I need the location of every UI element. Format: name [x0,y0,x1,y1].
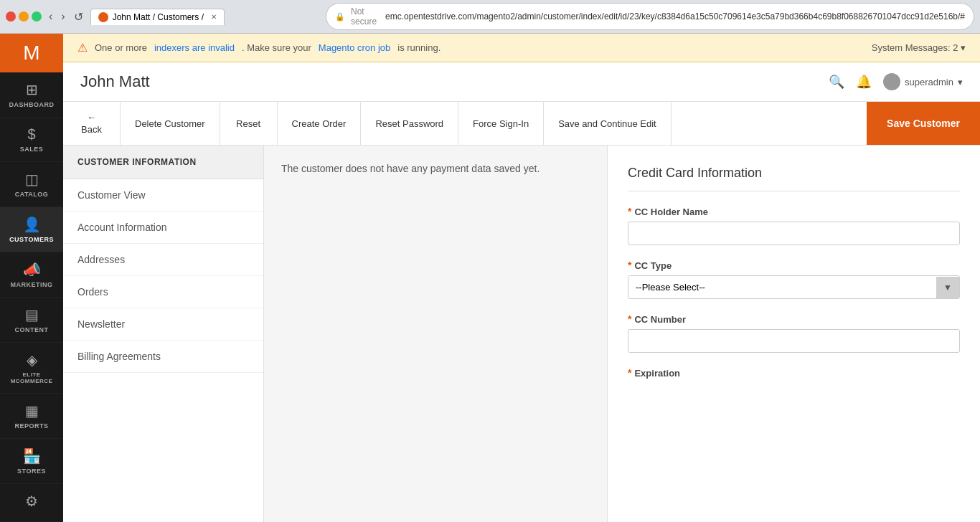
save-customer-button[interactable]: Save Customer [867,102,980,145]
nav-item-account-information[interactable]: Account Information [63,212,263,244]
sidebar-item-label: SALES [20,146,44,153]
avatar [883,73,900,90]
credit-card-form: Credit Card Information * CC Holder Name… [607,146,980,522]
sidebar-item-stores[interactable]: 🏪 STORES [0,439,63,484]
sidebar-item-sales[interactable]: $ SALES [0,118,63,162]
reload-button[interactable]: ↺ [71,9,86,25]
delete-customer-button[interactable]: Delete Customer [121,102,220,145]
force-signin-label: Force Sign-In [473,118,529,129]
active-tab[interactable]: John Matt / Customers / ✕ [90,9,225,25]
save-continue-label: Save and Continue Edit [558,118,656,129]
logo-button[interactable]: M [0,34,63,72]
back-nav-button[interactable]: ‹ [46,9,55,24]
sidebar-item-label: REPORTS [14,422,48,430]
alert-left: ⚠ One or more indexers are invalid . Mak… [77,41,440,54]
cc-type-select[interactable]: --Please Select-- [628,276,936,298]
sidebar-item-elite[interactable]: ◈ ELITEMCOMMERCE [0,343,63,394]
nav-item-customer-view[interactable]: Customer View [63,179,263,212]
close-button[interactable] [6,11,16,22]
sidebar-item-label: STORES [17,468,46,475]
page-title: John Matt [80,72,150,91]
delete-label: Delete Customer [135,118,205,129]
cc-holder-label-text: CC Holder Name [634,207,708,217]
back-button[interactable]: ← Back [63,102,121,145]
security-label: Not secure [351,6,377,27]
billing-agreements-label: Billing Agreements [77,351,161,362]
force-signin-button[interactable]: Force Sign-In [458,102,544,145]
tab-bar: John Matt / Customers / ✕ [90,9,321,25]
maximize-button[interactable] [32,11,42,22]
sidebar-item-label: CUSTOMERS [9,236,54,243]
tab-label: John Matt / Customers / [113,12,204,22]
sidebar-item-label: ELITEMCOMMERCE [11,371,53,384]
nav-item-billing-agreements[interactable]: Billing Agreements [63,341,263,373]
user-chevron-icon: ▾ [958,77,963,87]
gear-icon: ⚙ [25,493,38,510]
sidebar-item-system[interactable]: ⚙ [0,484,63,522]
cc-number-input[interactable] [628,329,960,353]
nav-item-orders[interactable]: Orders [63,276,263,308]
forward-nav-button[interactable]: › [58,9,67,24]
sidebar: M ⊞ DASHBOARD $ SALES ◫ CATALOG 👤 CUSTOM… [0,34,63,522]
left-panel-header: CUSTOMER INFORMATION [63,146,263,179]
orders-label: Orders [77,286,108,298]
reset-password-button[interactable]: Reset Password [361,102,458,145]
dashboard-icon: ⊞ [26,81,38,98]
address-bar[interactable]: 🔒 Not secure emc.opentestdrive.com/magen… [326,3,974,30]
addresses-label: Addresses [77,254,125,265]
back-label: Back [81,124,102,135]
indexers-link[interactable]: indexers are invalid [154,42,235,53]
save-continue-button[interactable]: Save and Continue Edit [544,102,672,145]
browser-chrome: ‹ › ↺ John Matt / Customers / ✕ 🔒 Not se… [0,0,980,34]
expiration-label: * Expiration [628,367,960,379]
user-menu[interactable]: superadmin ▾ [883,73,963,90]
sidebar-item-dashboard[interactable]: ⊞ DASHBOARD [0,72,63,118]
sidebar-item-label: MARKETING [11,281,53,288]
chevron-down-icon: ▾ [961,42,966,53]
minimize-button[interactable] [19,11,29,22]
nav-item-newsletter[interactable]: Newsletter [63,308,263,341]
newsletter-label: Newsletter [77,318,125,330]
lock-icon: 🔒 [335,12,345,22]
create-order-label: Create Order [292,118,347,129]
sidebar-item-catalog[interactable]: ◫ CATALOG [0,162,63,207]
alert-text-suffix: is running. [397,42,440,53]
required-star: * [628,367,631,379]
reset-button[interactable]: Reset [220,102,278,145]
cc-number-label-text: CC Number [634,314,686,325]
left-panel: CUSTOMER INFORMATION Customer View Accou… [63,146,264,522]
page-header: John Matt 🔍 🔔 superadmin ▾ [63,62,980,102]
search-icon[interactable]: 🔍 [829,74,844,90]
system-messages-label: System Messages: 2 [872,42,958,53]
cc-holder-label: * CC Holder Name [628,206,960,217]
toolbar: ← Back Delete Customer Reset Create Orde… [63,102,980,146]
warning-icon: ⚠ [77,41,88,54]
create-order-button[interactable]: Create Order [278,102,362,145]
nav-item-addresses[interactable]: Addresses [63,244,263,276]
cron-link[interactable]: Magento cron job [319,42,390,53]
cc-holder-input[interactable] [628,222,960,245]
alert-banner: ⚠ One or more indexers are invalid . Mak… [63,34,980,62]
sidebar-item-content[interactable]: ▤ CONTENT [0,298,63,343]
cc-holder-field: * CC Holder Name [628,206,960,245]
customer-view-label: Customer View [77,189,146,201]
sidebar-item-marketing[interactable]: 📣 MARKETING [0,252,63,298]
sidebar-item-customers[interactable]: 👤 CUSTOMERS [0,207,63,252]
expiration-field: * Expiration [628,367,960,379]
cc-type-select-wrapper: --Please Select-- ▼ [628,275,960,299]
tab-close-icon[interactable]: ✕ [211,13,217,21]
browser-navigation[interactable]: ‹ › ↺ [46,9,86,25]
reports-icon: ▦ [25,402,39,419]
url-text: emc.opentestdrive.com/magento2/admin/cus… [385,11,965,22]
customers-icon: 👤 [23,216,41,233]
marketing-icon: 📣 [23,261,41,278]
notification-icon[interactable]: 🔔 [856,74,872,90]
elite-icon: ◈ [27,351,37,369]
required-star: * [628,206,631,217]
window-controls[interactable] [6,11,42,22]
account-info-label: Account Information [77,222,167,233]
sidebar-item-label: CATALOG [15,191,49,198]
sidebar-item-reports[interactable]: ▦ REPORTS [0,394,63,439]
system-messages-button[interactable]: System Messages: 2 ▾ [872,42,966,53]
app-container: M ⊞ DASHBOARD $ SALES ◫ CATALOG 👤 CUSTOM… [0,34,980,522]
